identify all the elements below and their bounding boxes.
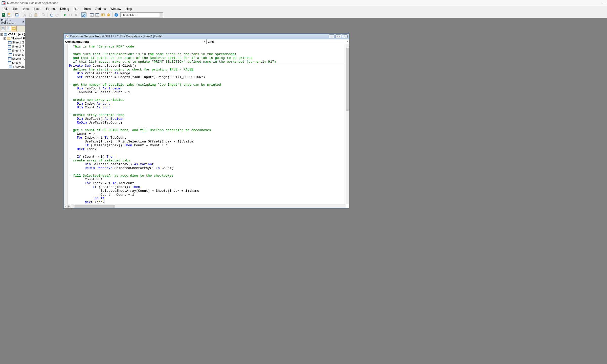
procedure-dropdown[interactable]: Click xyxy=(207,39,349,44)
app-icon xyxy=(2,1,6,5)
insert-button[interactable] xyxy=(7,12,12,17)
find-button[interactable] xyxy=(41,12,46,17)
copy-button[interactable] xyxy=(28,12,33,17)
object-browser-button[interactable] xyxy=(100,12,105,17)
project-explorer-button[interactable] xyxy=(89,12,94,17)
project-explorer-close-button[interactable]: × xyxy=(23,20,24,23)
svg-rect-24 xyxy=(91,15,92,15)
design-mode-button[interactable] xyxy=(81,12,86,17)
cursor-position[interactable]: Ln 66, Col 1 xyxy=(120,12,163,17)
sheet-node[interactable]: Sheet5 (A xyxy=(0,57,25,61)
project-explorer-toolbar xyxy=(0,26,25,32)
workspace: Project - VBAProject × − VBAProject (C −… xyxy=(0,18,607,364)
sheet-node[interactable]: Sheet3 (N xyxy=(0,48,25,53)
svg-rect-59 xyxy=(9,66,12,68)
svg-rect-43 xyxy=(4,33,7,36)
toggle-folders-button[interactable] xyxy=(12,26,17,31)
break-button[interactable] xyxy=(68,12,73,17)
app-title: Microsoft Visual Basic for Applications xyxy=(7,1,58,5)
svg-rect-6 xyxy=(8,13,10,14)
sheet-node[interactable]: Sheet2 (R xyxy=(0,44,25,48)
cut-button[interactable] xyxy=(22,12,27,17)
undo-button[interactable] xyxy=(49,12,54,17)
menu-debug[interactable]: Debug xyxy=(58,7,71,11)
folder-node[interactable]: − Microsoft Ex xyxy=(0,36,25,40)
svg-rect-23 xyxy=(90,13,94,14)
svg-rect-58 xyxy=(8,61,11,62)
menu-addins[interactable]: Add-Ins xyxy=(93,7,108,11)
svg-rect-44 xyxy=(5,33,6,34)
svg-point-61 xyxy=(66,35,67,36)
svg-text:X: X xyxy=(3,14,5,16)
project-node[interactable]: − VBAProject (C xyxy=(0,32,25,36)
paste-button[interactable] xyxy=(33,12,38,17)
full-module-view-button[interactable]: ▤ xyxy=(68,204,71,208)
toolbox-button[interactable] xyxy=(106,12,111,17)
menu-run[interactable]: Run xyxy=(72,7,81,11)
procedure-view-button[interactable]: ≡ xyxy=(64,204,68,208)
toolbar: X ? Ln 66, Col 1 xyxy=(0,12,607,18)
view-code-button[interactable] xyxy=(1,26,6,31)
sheet-node[interactable]: Sheet6 (R xyxy=(0,61,25,65)
save-button[interactable] xyxy=(14,12,19,17)
svg-line-17 xyxy=(44,15,45,16)
svg-rect-19 xyxy=(71,14,72,16)
object-dropdown[interactable]: CommandButton1 xyxy=(64,39,207,44)
code-window: Customer Service Report SHELL FY 23 - Co… xyxy=(64,33,349,208)
svg-rect-46 xyxy=(7,37,8,38)
project-tree[interactable]: − VBAProject (C − Microsoft Ex Sheet1 (S… xyxy=(0,32,25,69)
svg-point-62 xyxy=(67,36,68,37)
svg-rect-18 xyxy=(70,14,70,16)
svg-rect-25 xyxy=(91,15,92,16)
svg-rect-40 xyxy=(7,27,9,29)
svg-rect-32 xyxy=(102,14,103,16)
svg-rect-50 xyxy=(8,45,11,46)
svg-rect-42 xyxy=(12,27,14,28)
properties-button[interactable] xyxy=(95,12,100,17)
code-window-title-bar[interactable]: Customer Service Report SHELL FY 23 - Co… xyxy=(64,34,349,39)
cursor-position-text: Ln 66, Col 1 xyxy=(122,13,137,16)
sheet-node[interactable]: ThisWork xyxy=(0,65,25,69)
view-excel-button[interactable]: X xyxy=(1,12,6,17)
menu-bar: File Edit View Insert Format Debug Run T… xyxy=(0,6,607,12)
help-button[interactable]: ? xyxy=(114,12,119,17)
run-button[interactable] xyxy=(62,12,68,17)
menu-format[interactable]: Format xyxy=(44,7,58,11)
horizontal-scrollbar[interactable] xyxy=(71,204,346,208)
svg-rect-48 xyxy=(8,41,11,42)
svg-rect-1 xyxy=(2,1,5,2)
svg-rect-54 xyxy=(9,53,12,54)
menu-help[interactable]: Help xyxy=(124,7,134,11)
redo-button[interactable] xyxy=(55,12,60,17)
svg-point-33 xyxy=(108,15,109,16)
reset-button[interactable] xyxy=(74,12,79,17)
menu-view[interactable]: View xyxy=(21,7,31,11)
svg-rect-56 xyxy=(8,57,11,58)
svg-rect-2 xyxy=(4,3,5,4)
project-explorer: Project - VBAProject × − VBAProject (C −… xyxy=(0,18,25,61)
menu-insert[interactable]: Insert xyxy=(32,7,43,11)
code-window-maximize-button[interactable]: ▭ xyxy=(335,34,341,38)
vertical-scrollbar[interactable] xyxy=(346,44,349,204)
sheet-node[interactable]: Sheet1 (S xyxy=(0,40,25,44)
code-window-minimize-button[interactable]: — xyxy=(329,34,334,38)
svg-rect-60 xyxy=(66,35,69,38)
code-window-close-button[interactable]: × xyxy=(342,34,348,38)
menu-edit[interactable]: Edit xyxy=(11,7,20,11)
code-editor[interactable]: ' This is the "Generate PDF" code'' make… xyxy=(68,44,346,204)
sheet-node[interactable]: Sheet4 (J xyxy=(0,53,25,57)
view-object-button[interactable] xyxy=(6,26,11,31)
project-explorer-title: Project - VBAProject × xyxy=(0,18,25,26)
svg-rect-9 xyxy=(16,15,18,16)
code-window-title: Customer Service Report SHELL FY 23 - Co… xyxy=(70,35,162,38)
menu-tools[interactable]: Tools xyxy=(82,7,93,11)
svg-text:?: ? xyxy=(116,13,117,16)
menu-window[interactable]: Window xyxy=(108,7,123,11)
svg-rect-8 xyxy=(16,14,18,15)
svg-rect-31 xyxy=(101,14,104,16)
menu-file[interactable]: File xyxy=(2,7,10,11)
svg-rect-20 xyxy=(75,14,77,16)
window-controls: — xyxy=(602,1,605,5)
minimize-button[interactable]: — xyxy=(602,1,605,5)
svg-rect-15 xyxy=(35,13,37,14)
